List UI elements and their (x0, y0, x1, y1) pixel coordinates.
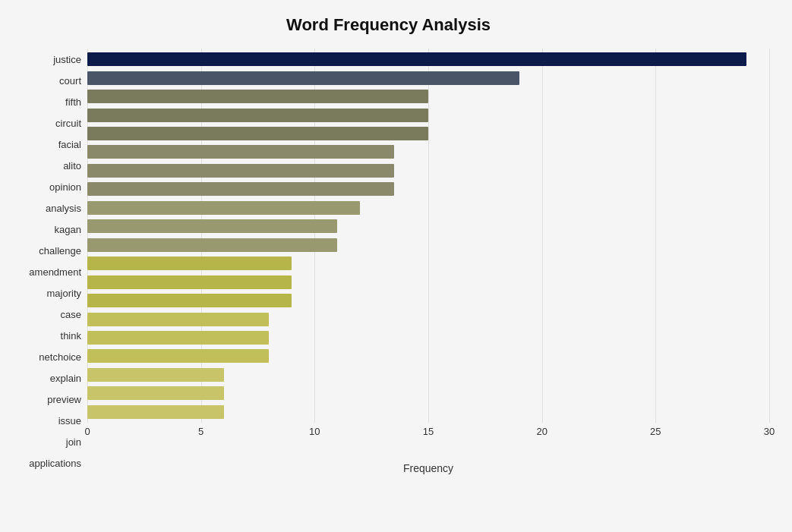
bar-row (87, 272, 769, 291)
bar-row (87, 236, 769, 254)
bar-row (87, 403, 769, 421)
bar (87, 52, 746, 66)
y-label: issue (58, 416, 81, 426)
bar-row (87, 329, 769, 347)
bar-row (87, 254, 769, 272)
y-label: applications (29, 458, 81, 468)
y-labels: justicecourtfifthcircuitfacialalitoopini… (8, 49, 87, 474)
bar (87, 386, 224, 400)
y-label: justice (53, 55, 81, 65)
chart-area: justicecourtfifthcircuitfacialalitoopini… (8, 49, 769, 474)
bar (87, 331, 269, 345)
y-label: explain (50, 373, 81, 383)
grid-and-bars (87, 49, 769, 423)
y-label: opinion (49, 182, 81, 192)
bar-row (87, 347, 769, 365)
x-tick-label: 30 (764, 426, 775, 437)
bar (87, 127, 428, 140)
bar (87, 145, 394, 159)
x-tick-label: 5 (198, 426, 204, 437)
bar-row (87, 124, 769, 143)
y-label: analysis (46, 203, 81, 213)
bar-row (87, 87, 769, 105)
bar-row (87, 384, 769, 402)
y-label: case (61, 310, 81, 320)
bar-row (87, 50, 769, 68)
bars-wrapper (87, 49, 769, 423)
x-axis-row: 051015202530 (87, 423, 769, 445)
bar (87, 313, 269, 326)
y-label: majority (46, 288, 81, 298)
bar (87, 109, 428, 122)
bar-row (87, 180, 769, 198)
y-label: amendment (29, 267, 81, 277)
bar-row (87, 105, 769, 124)
bar (87, 405, 224, 419)
bar-row (87, 366, 769, 384)
y-label: preview (47, 395, 81, 405)
y-label: netchoice (39, 352, 81, 362)
bar (87, 71, 519, 85)
chart-title: Word Frequency Analysis (8, 15, 769, 35)
y-label: facial (58, 140, 81, 150)
bar (87, 349, 269, 363)
bar (87, 275, 292, 289)
y-label: alito (63, 161, 81, 171)
x-axis-label: Frequency (87, 462, 769, 474)
bar (87, 182, 394, 196)
y-label: court (59, 76, 81, 86)
bar (87, 201, 360, 215)
bar (87, 219, 337, 233)
bar (87, 90, 428, 103)
bar (87, 368, 224, 382)
bar (87, 238, 337, 252)
grid-line (769, 49, 770, 423)
bar-row (87, 199, 769, 217)
bar (87, 257, 292, 270)
bar-row (87, 291, 769, 310)
x-tick-label: 0 (84, 426, 90, 437)
y-label: join (66, 437, 81, 447)
y-label: fifth (65, 97, 81, 107)
x-tick-label: 10 (309, 426, 320, 437)
x-tick-label: 15 (423, 426, 434, 437)
bar (87, 164, 394, 178)
bar-row (87, 68, 769, 87)
bar-row (87, 162, 769, 180)
x-tick-label: 25 (650, 426, 661, 437)
y-label: think (61, 331, 81, 341)
bar-row (87, 310, 769, 328)
bar-row (87, 217, 769, 235)
chart-container: Word Frequency Analysis justicecourtfift… (0, 0, 792, 532)
bar (87, 294, 292, 307)
plot-area: 051015202530 Frequency (87, 49, 769, 474)
y-label: kagan (55, 225, 81, 235)
x-tick-label: 20 (536, 426, 547, 437)
y-label: challenge (39, 246, 81, 256)
bar-row (87, 143, 769, 161)
y-label: circuit (55, 118, 81, 128)
